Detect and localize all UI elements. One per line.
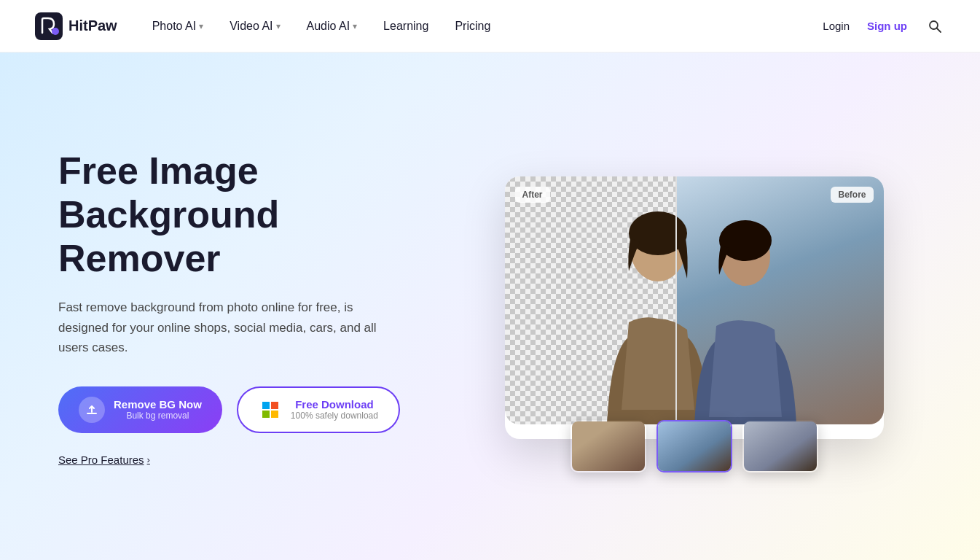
svg-rect-7 bbox=[271, 411, 278, 418]
nav-learning[interactable]: Learning bbox=[383, 20, 428, 33]
svg-rect-0 bbox=[35, 12, 63, 40]
people-figure bbox=[505, 176, 884, 424]
svg-rect-5 bbox=[271, 402, 278, 409]
hero-description: Fast remove background from photo online… bbox=[58, 298, 379, 357]
svg-rect-4 bbox=[262, 402, 270, 409]
remove-bg-text: Remove BG Now Bulk bg removal bbox=[114, 398, 202, 421]
remove-bg-button[interactable]: Remove BG Now Bulk bg removal bbox=[58, 386, 222, 433]
nav-links: Photo AI ▾ Video AI ▾ Audio AI ▾ Learnin… bbox=[152, 20, 823, 33]
svg-point-11 bbox=[719, 220, 772, 261]
free-download-button[interactable]: Free Download 100% safely download bbox=[237, 386, 400, 433]
upload-icon bbox=[79, 397, 105, 423]
nav-right: Login Sign up bbox=[823, 16, 945, 36]
chevron-down-icon: ▾ bbox=[353, 21, 357, 31]
windows-icon bbox=[259, 398, 282, 421]
image-showcase-card: After Before bbox=[505, 176, 884, 439]
search-icon bbox=[928, 19, 942, 34]
search-button[interactable] bbox=[925, 16, 945, 36]
before-after-divider bbox=[675, 176, 677, 424]
logo[interactable]: HitPaw bbox=[35, 12, 117, 40]
signup-button[interactable]: Sign up bbox=[867, 20, 907, 32]
thumbnail-1[interactable] bbox=[571, 420, 646, 472]
hero-title: Free Image BackgroundRemover bbox=[58, 149, 466, 280]
hero-left: Free Image BackgroundRemover Fast remove… bbox=[58, 149, 466, 466]
before-label: Before bbox=[831, 187, 873, 203]
logo-icon bbox=[35, 12, 63, 40]
hero-section: Free Image BackgroundRemover Fast remove… bbox=[0, 52, 980, 560]
svg-rect-6 bbox=[262, 411, 270, 418]
see-pro-features-link[interactable]: See Pro Features › bbox=[58, 454, 466, 466]
thumbnail-3[interactable] bbox=[742, 420, 818, 472]
svg-point-1 bbox=[52, 28, 59, 35]
download-text: Free Download 100% safely download bbox=[291, 398, 378, 421]
hero-right: After Before bbox=[466, 176, 922, 439]
navbar: HitPaw Photo AI ▾ Video AI ▾ Audio AI ▾ … bbox=[0, 0, 980, 52]
thumbnail-2[interactable] bbox=[656, 420, 732, 472]
before-after-image: After Before bbox=[505, 176, 884, 424]
login-button[interactable]: Login bbox=[823, 20, 850, 32]
nav-video-ai[interactable]: Video AI ▾ bbox=[230, 20, 280, 33]
nav-photo-ai[interactable]: Photo AI ▾ bbox=[152, 20, 204, 33]
nav-audio-ai[interactable]: Audio AI ▾ bbox=[307, 20, 358, 33]
svg-line-3 bbox=[937, 28, 941, 32]
chevron-down-icon: ▾ bbox=[199, 21, 203, 31]
people-svg bbox=[541, 191, 847, 424]
thumbnail-row bbox=[571, 420, 818, 472]
chevron-right-icon: › bbox=[147, 454, 150, 465]
brand-name: HitPaw bbox=[68, 18, 117, 34]
chevron-down-icon: ▾ bbox=[276, 21, 281, 31]
after-label: After bbox=[515, 187, 550, 203]
nav-pricing[interactable]: Pricing bbox=[455, 20, 490, 33]
hero-buttons: Remove BG Now Bulk bg removal Free Downl… bbox=[58, 386, 466, 433]
